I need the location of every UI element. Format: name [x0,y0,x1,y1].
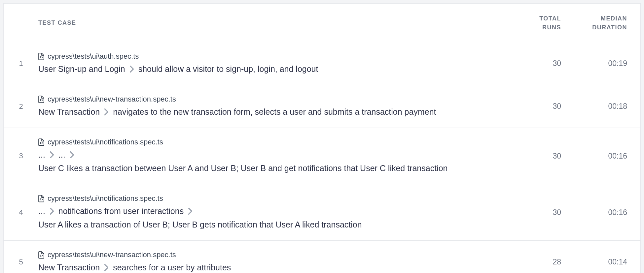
breadcrumb: ... notifications from user interactions [38,205,515,217]
row-total-runs: 30 [515,208,561,217]
spec-file-icon [38,251,44,258]
breadcrumb-segment: User Sign-up and Login [38,63,125,75]
file-line: cypress\tests\ui\new-transaction.spec.ts [38,95,515,104]
row-index: 1 [4,59,38,68]
test-title: User A likes a transaction of User B; Us… [38,219,515,230]
file-path: cypress\tests\ui\new-transaction.spec.ts [48,251,176,259]
row-total-runs: 30 [515,59,561,68]
breadcrumb-segment: navigates to the new transaction form, s… [113,106,436,118]
chevron-right-icon [70,152,74,158]
file-line: cypress\tests\ui\notifications.spec.ts [38,194,515,203]
row-testcase: cypress\tests\ui\new-transaction.spec.ts… [38,251,515,273]
spec-file-icon [38,96,44,103]
chevron-right-icon [104,265,108,271]
row-testcase: cypress\tests\ui\auth.spec.tsUser Sign-u… [38,52,515,75]
breadcrumb-segment: ... [58,149,65,161]
chevron-right-icon [50,208,54,214]
row-testcase: cypress\tests\ui\notifications.spec.ts..… [38,138,515,174]
test-title: User C likes a transaction between User … [38,163,515,174]
file-path: cypress\tests\ui\notifications.spec.ts [48,138,163,146]
table-row[interactable]: 2 cypress\tests\ui\new-transaction.spec.… [4,85,640,128]
row-median-duration: 00:18 [561,102,627,111]
header-median-duration-line1: MEDIAN [561,14,627,23]
table-row[interactable]: 1 cypress\tests\ui\auth.spec.tsUser Sign… [4,42,640,85]
file-path: cypress\tests\ui\new-transaction.spec.ts [48,95,176,104]
spec-file-icon [38,195,44,202]
row-index: 5 [4,258,38,266]
row-index: 3 [4,152,38,160]
chevron-right-icon [104,109,108,115]
breadcrumb-segment: New Transaction [38,262,100,273]
chevron-right-icon [50,152,54,158]
breadcrumb-segment: should allow a visitor to sign-up, login… [138,63,318,75]
breadcrumb: New Transaction searches for a user by a… [38,262,515,273]
breadcrumb-segment: New Transaction [38,106,100,118]
breadcrumb-segment: ... [38,205,45,217]
table-header: TEST CASE TOTAL RUNS MEDIAN DURATION [4,4,640,42]
row-testcase: cypress\tests\ui\notifications.spec.ts..… [38,194,515,230]
table-row[interactable]: 4 cypress\tests\ui\notifications.spec.ts… [4,184,640,241]
spec-file-icon [38,53,44,60]
test-case-table: TEST CASE TOTAL RUNS MEDIAN DURATION 1 c… [3,3,641,273]
row-total-runs: 28 [515,258,561,266]
breadcrumb: New Transaction navigates to the new tra… [38,106,515,118]
row-testcase: cypress\tests\ui\new-transaction.spec.ts… [38,95,515,118]
breadcrumb: User Sign-up and Login should allow a vi… [38,63,515,75]
file-line: cypress\tests\ui\auth.spec.ts [38,52,515,61]
table-row[interactable]: 5 cypress\tests\ui\new-transaction.spec.… [4,241,640,273]
header-testcase: TEST CASE [38,18,515,27]
breadcrumb: ... ... [38,149,515,161]
breadcrumb-segment: ... [38,149,45,161]
file-path: cypress\tests\ui\notifications.spec.ts [48,194,163,203]
chevron-right-icon [188,208,192,214]
row-median-duration: 00:19 [561,59,627,68]
row-total-runs: 30 [515,102,561,111]
file-line: cypress\tests\ui\new-transaction.spec.ts [38,251,515,259]
breadcrumb-segment: searches for a user by attributes [113,262,231,273]
header-total-runs-line1: TOTAL [515,14,561,23]
row-index: 2 [4,102,38,111]
file-path: cypress\tests\ui\auth.spec.ts [48,52,139,61]
row-index: 4 [4,208,38,217]
row-median-duration: 00:16 [561,152,627,161]
chevron-right-icon [130,66,134,72]
header-total-runs-line2: RUNS [515,23,561,32]
file-line: cypress\tests\ui\notifications.spec.ts [38,138,515,146]
table-row[interactable]: 3 cypress\tests\ui\notifications.spec.ts… [4,128,640,184]
row-total-runs: 30 [515,152,561,161]
spec-file-icon [38,138,44,146]
header-median-duration-line2: DURATION [561,23,627,32]
row-median-duration: 00:16 [561,208,627,217]
breadcrumb-segment: notifications from user interactions [58,205,184,217]
row-median-duration: 00:14 [561,258,627,266]
